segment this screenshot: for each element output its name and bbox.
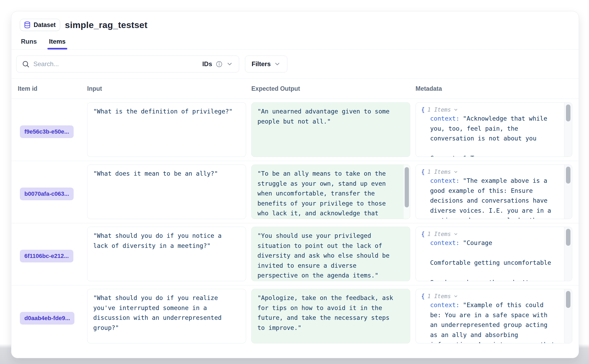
scrollbar-thumb[interactable]: [405, 167, 409, 207]
output-scrollbar[interactable]: [404, 165, 410, 219]
search-mode-label: IDs: [202, 60, 212, 68]
input-text: "What does it mean to be an ally?": [87, 165, 246, 183]
input-text: "What is the definition of privilege?": [87, 103, 246, 121]
info-icon[interactable]: [216, 61, 223, 68]
expected-output-cell[interactable]: "To be an ally means to take on the stru…: [251, 165, 410, 219]
metadata-scrollbar[interactable]: [564, 165, 572, 219]
expected-output-text: "An unearned advantage given to some peo…: [252, 103, 410, 130]
table-row: 6f1106bc-e212... "What should you do if …: [11, 223, 579, 285]
tab-bar: Runs Items: [20, 38, 570, 49]
expected-output-text: "Apologize, take on the feedback, ask fo…: [252, 289, 410, 337]
filters-label: Filters: [252, 60, 271, 68]
page-title: simple_rag_testset: [65, 20, 148, 30]
input-cell[interactable]: "What should you do if you notice a lack…: [87, 227, 246, 281]
json-items-count: 1 Items: [427, 293, 451, 299]
tab-runs[interactable]: Runs: [21, 38, 37, 49]
json-open-brace: {: [421, 169, 425, 175]
input-cell[interactable]: "What should you do if you realize you'v…: [87, 289, 246, 343]
table-row: d0aab4eb-fde9... "What should you do if …: [11, 285, 579, 347]
item-id-badge[interactable]: 6f1106bc-e212...: [20, 250, 73, 262]
search-icon: [22, 60, 30, 68]
item-id-badge[interactable]: f9e56c3b-e50e...: [20, 125, 74, 138]
table-row: b0070afa-c063... "What does it mean to b…: [11, 161, 579, 223]
chevron-down-icon[interactable]: [453, 107, 458, 112]
json-open-brace: {: [421, 231, 425, 238]
metadata-cell[interactable]: { 1 Items context:"Example of this could…: [416, 289, 572, 343]
tab-items[interactable]: Items: [49, 38, 66, 49]
metadata-cell[interactable]: { 1 Items context:"The example above is …: [416, 165, 572, 219]
scrollbar-thumb[interactable]: [566, 291, 570, 308]
chevron-down-icon[interactable]: [453, 294, 458, 299]
input-cell[interactable]: "What is the definition of privilege?": [87, 102, 246, 157]
database-icon: [24, 21, 31, 29]
metadata-scrollbar[interactable]: [564, 289, 572, 343]
column-header-item-id: Item id: [16, 85, 87, 92]
dataset-card: Dataset simple_rag_testset Runs Items ID…: [11, 11, 579, 358]
table-header-row: Item id Input Expected Output Metadata: [11, 79, 579, 99]
input-text: "What should you do if you notice a lack…: [87, 227, 246, 255]
metadata-cell[interactable]: { 1 Items context:"Courage Comfortable g…: [416, 227, 572, 281]
dataset-badge: Dataset: [20, 19, 60, 31]
column-header-metadata: Metadata: [416, 85, 574, 92]
scrollbar-thumb[interactable]: [566, 167, 570, 184]
json-key: context:: [430, 115, 459, 122]
expected-output-cell[interactable]: "An unearned advantage given to some peo…: [251, 102, 410, 157]
item-id-badge[interactable]: b0070afa-c063...: [20, 188, 74, 200]
expected-output-text: "You should use your privileged situatio…: [252, 227, 410, 281]
expected-output-cell[interactable]: "Apologize, take on the feedback, ask fo…: [251, 289, 410, 343]
dataset-badge-label: Dataset: [34, 21, 56, 29]
filters-button[interactable]: Filters: [245, 56, 287, 72]
expected-output-text: "To be an ally means to take on the stru…: [252, 165, 410, 219]
table-row: f9e56c3b-e50e... "What is the definition…: [11, 99, 579, 161]
search-box[interactable]: IDs: [16, 56, 239, 72]
item-id-badge[interactable]: d0aab4eb-fde9...: [20, 312, 74, 325]
chevron-down-icon: [226, 61, 233, 67]
metadata-cell[interactable]: { 1 Items context:"Acknowledge that whil…: [416, 102, 572, 157]
expected-output-cell[interactable]: "You should use your privileged situatio…: [251, 227, 410, 281]
search-mode-selector[interactable]: IDs: [202, 60, 233, 68]
search-input[interactable]: [33, 60, 202, 68]
page-header: Dataset simple_rag_testset Runs Items: [11, 11, 579, 50]
metadata-scrollbar[interactable]: [564, 103, 572, 157]
input-text: "What should you do if you realize you'v…: [87, 289, 246, 337]
scrollbar-thumb[interactable]: [566, 229, 570, 246]
json-items-count: 1 Items: [427, 169, 451, 175]
column-header-expected-output: Expected Output: [251, 85, 416, 92]
json-key: context:: [430, 177, 459, 184]
json-key: context:: [430, 302, 459, 308]
json-items-count: 1 Items: [427, 231, 451, 237]
scrollbar-thumb[interactable]: [566, 104, 570, 121]
metadata-scrollbar[interactable]: [564, 227, 572, 281]
chevron-down-icon[interactable]: [453, 170, 458, 174]
json-key: context:: [430, 239, 459, 246]
toolbar: IDs Filters: [11, 50, 579, 79]
json-items-count: 1 Items: [427, 107, 451, 113]
column-header-input: Input: [87, 85, 251, 92]
json-open-brace: {: [421, 293, 425, 300]
chevron-down-icon[interactable]: [453, 232, 458, 236]
input-cell[interactable]: "What does it mean to be an ally?": [87, 165, 246, 219]
json-open-brace: {: [421, 106, 425, 113]
chevron-down-icon: [274, 61, 281, 67]
